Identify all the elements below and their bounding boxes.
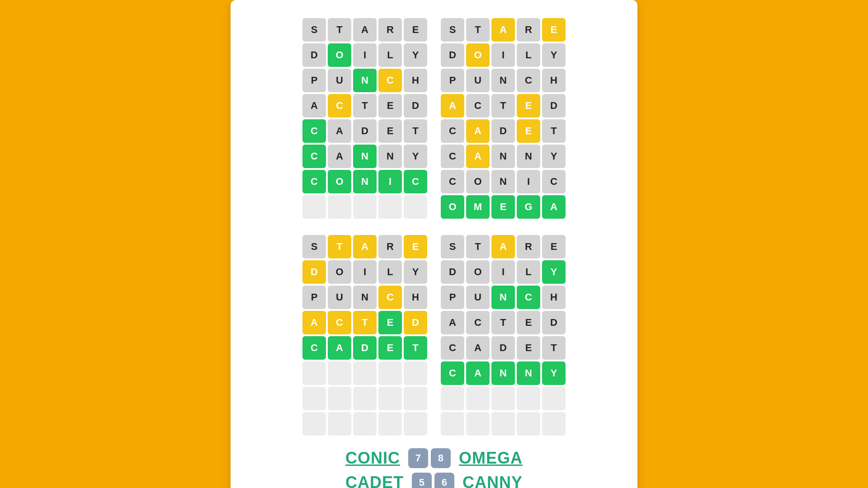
cell: D — [491, 119, 515, 143]
cell: E — [542, 18, 566, 42]
cell: D — [302, 43, 326, 67]
grid-row: ACTED — [441, 94, 566, 117]
cell: T — [466, 235, 490, 258]
cell-empty — [542, 412, 566, 436]
grid-row: DOILY — [302, 43, 427, 67]
cell: I — [378, 170, 402, 193]
cell: N — [491, 361, 515, 385]
cell: A — [466, 145, 490, 168]
cell: C — [441, 361, 464, 385]
cell: Y — [542, 43, 566, 67]
cell: A — [491, 18, 515, 42]
cell: U — [466, 286, 490, 309]
score-badges-1: 7 8 — [408, 448, 451, 468]
cell: I — [491, 260, 515, 284]
cell: A — [491, 235, 515, 258]
cell: S — [441, 18, 464, 42]
cell-empty — [517, 387, 540, 410]
result-word-omega[interactable]: OMEGA — [459, 449, 523, 468]
grid-row: CONIC — [302, 170, 427, 193]
cell: E — [404, 18, 427, 42]
cell: C — [441, 336, 464, 360]
grid-row: CADET — [441, 336, 566, 360]
grid-bottom-left: STAREDOILYPUNCHACTEDCADET — [302, 235, 427, 436]
cell: U — [466, 69, 490, 92]
result-word-canny[interactable]: CANNY — [462, 473, 523, 488]
cell: C — [328, 311, 351, 334]
cell: A — [353, 18, 377, 42]
cell: E — [404, 235, 427, 258]
cell: D — [542, 311, 566, 334]
cell: C — [378, 286, 402, 309]
cell: O — [328, 170, 351, 193]
grid-row: OMEGA — [441, 195, 566, 219]
cell: T — [466, 18, 490, 42]
cell: C — [328, 94, 351, 117]
grid-row: DOILY — [441, 260, 566, 284]
cell: T — [353, 311, 377, 334]
result-row-2: CADET 5 6 CANNY — [345, 473, 523, 488]
cell: E — [517, 311, 540, 334]
cell: C — [302, 119, 326, 143]
cell-empty — [404, 387, 427, 410]
cell: G — [517, 195, 540, 219]
cell-empty — [378, 412, 402, 436]
cell: C — [404, 170, 427, 193]
cell: C — [441, 170, 464, 193]
cell: O — [328, 260, 351, 284]
cell: T — [542, 119, 566, 143]
grid-row-empty — [302, 412, 427, 436]
cell: Y — [404, 43, 427, 67]
cell-empty — [517, 412, 540, 436]
cell: A — [466, 119, 490, 143]
grid-row: PUNCH — [302, 286, 427, 309]
cell: N — [353, 145, 377, 168]
cell-empty — [328, 387, 351, 410]
cell: H — [542, 69, 566, 92]
grid-row: ACTED — [302, 94, 427, 117]
result-word-conic[interactable]: CONIC — [345, 449, 400, 468]
cell: R — [517, 18, 540, 42]
cell: H — [404, 286, 427, 309]
grid-row: DOILY — [302, 260, 427, 284]
cell: A — [328, 336, 351, 360]
cell: I — [517, 170, 540, 193]
result-word-cadet[interactable]: CADET — [345, 473, 404, 488]
grid-row: STARE — [441, 18, 566, 42]
grid-row: ACTED — [302, 311, 427, 334]
cell: N — [491, 69, 515, 92]
cell: E — [517, 336, 540, 360]
cell: Y — [404, 260, 427, 284]
cell-empty — [302, 195, 326, 219]
cell: H — [542, 286, 566, 309]
grid-row: PUNCH — [441, 69, 566, 92]
cell: A — [328, 145, 351, 168]
cell: L — [378, 260, 402, 284]
cell: A — [441, 94, 464, 117]
score-badge-7: 7 — [408, 448, 428, 468]
cell: R — [378, 18, 402, 42]
cell: D — [353, 119, 377, 143]
grid-row: STARE — [302, 18, 427, 42]
cell: T — [404, 336, 427, 360]
top-grids-row: STAREDOILYPUNCHACTEDCADETCANNYCONIC STAR… — [253, 18, 615, 219]
cell: N — [353, 170, 377, 193]
cell: C — [517, 69, 540, 92]
cell: P — [441, 69, 464, 92]
cell-empty — [328, 361, 351, 385]
cell-empty — [441, 412, 464, 436]
cell: A — [328, 119, 351, 143]
cell: M — [466, 195, 490, 219]
cell: S — [302, 18, 326, 42]
cell: N — [353, 286, 377, 309]
grid-row-empty — [302, 387, 427, 410]
cell: D — [302, 260, 326, 284]
cell: C — [441, 145, 464, 168]
cell: A — [441, 311, 464, 334]
cell: D — [353, 336, 377, 360]
cell: D — [542, 94, 566, 117]
cell: C — [542, 170, 566, 193]
cell-empty — [378, 387, 402, 410]
grid-row: CADET — [302, 119, 427, 143]
cell: E — [542, 235, 566, 258]
